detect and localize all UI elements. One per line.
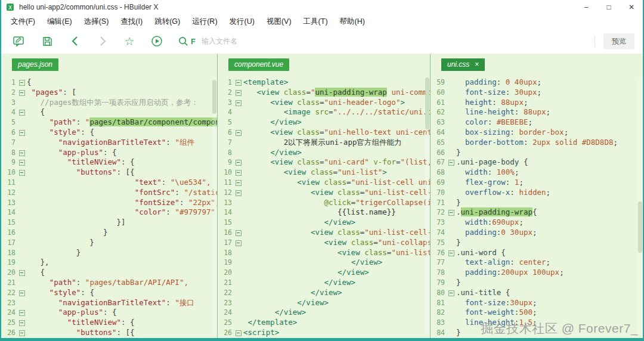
- fold-icon[interactable]: [233, 188, 243, 198]
- code-line[interactable]: 79}: [431, 278, 643, 288]
- code-line[interactable]: 12 "fontSrc": "/static/uni.ttf",: [1, 188, 217, 198]
- code-line[interactable]: 24 </view>: [218, 308, 430, 318]
- code-line[interactable]: 8 "app-plus": {: [1, 148, 217, 158]
- code-line[interactable]: 67.uni-page-body {: [431, 157, 643, 168]
- fold-icon[interactable]: [233, 328, 243, 338]
- code-line[interactable]: 1<template>: [218, 78, 430, 88]
- code-line[interactable]: 23 "navigationBarTitleText": "接口: [1, 298, 217, 308]
- code-line[interactable]: 13 @click="trigerCollapse(index)">: [218, 198, 430, 208]
- search-input[interactable]: [202, 37, 452, 45]
- code-line[interactable]: 20 {: [1, 268, 217, 278]
- search-icon[interactable]: [177, 35, 190, 48]
- scrollbar[interactable]: [638, 78, 642, 336]
- menu-item-工具[interactable]: 工具(T): [298, 16, 334, 28]
- fold-icon[interactable]: [17, 308, 27, 318]
- menu-item-查找[interactable]: 查找(I): [114, 16, 148, 28]
- code-line[interactable]: 69 flex-grow: 1;: [431, 178, 643, 188]
- menu-item-跳转[interactable]: 跳转(G): [148, 16, 186, 28]
- fold-icon[interactable]: [233, 228, 243, 238]
- code-line[interactable]: 61 height: 88upx;: [431, 98, 643, 108]
- code-line[interactable]: 80.uni-title {: [431, 288, 643, 298]
- code-line[interactable]: 2 <view class="uni-padding-wrap uni-comm…: [218, 88, 430, 98]
- code-line[interactable]: 6 <view class="uni-hello-text uni-center…: [218, 128, 430, 138]
- fold-icon[interactable]: [446, 207, 456, 218]
- code-area[interactable]: 59 padding: 0 40upx;60 font-size: 30upx;…: [431, 75, 643, 338]
- fold-icon[interactable]: [17, 318, 27, 328]
- menu-item-帮助[interactable]: 帮助(H): [334, 16, 371, 28]
- code-line[interactable]: 60 font-size: 30upx;: [431, 88, 643, 98]
- code-line[interactable]: 75}: [431, 238, 643, 248]
- code-line[interactable]: 62 line-height: 88upx;: [431, 107, 643, 117]
- fold-icon[interactable]: [17, 148, 27, 158]
- back-icon[interactable]: [69, 35, 82, 48]
- code-line[interactable]: 9 <view class="uni-card" v-for="(list,in…: [218, 157, 430, 168]
- code-line[interactable]: 21 "path": "pages/tabBar/API/API",: [1, 278, 217, 288]
- code-line[interactable]: 24 "app-plus": {: [1, 308, 217, 318]
- code-area[interactable]: 1{2 "pages": [3 //pages数组中第一项表示应用启动页，参考：…: [1, 75, 217, 338]
- code-line[interactable]: 14 {{list.name}}: [218, 207, 430, 218]
- code-line[interactable]: 22 "style": {: [1, 288, 217, 298]
- scrollbar[interactable]: [212, 78, 216, 336]
- menu-item-运行[interactable]: 运行(R): [186, 16, 223, 28]
- code-line[interactable]: 19 },: [1, 258, 217, 268]
- code-area[interactable]: 1<template>2 <view class="uni-padding-wr…: [218, 75, 430, 338]
- fold-icon[interactable]: [446, 157, 456, 168]
- fold-icon[interactable]: [446, 288, 456, 298]
- code-line[interactable]: 26<script>: [218, 328, 430, 338]
- code-line[interactable]: 59 padding: 0 40upx;: [431, 78, 643, 88]
- code-line[interactable]: 20 </view>: [218, 268, 430, 278]
- code-line[interactable]: 16 }: [1, 228, 217, 238]
- menu-item-文件[interactable]: 文件(F): [5, 16, 41, 28]
- code-line[interactable]: 68 width: 100%;: [431, 168, 643, 178]
- feedback-icon[interactable]: [12, 35, 25, 48]
- code-line[interactable]: 82 font-weight:500;: [431, 308, 643, 318]
- menu-item-编辑[interactable]: 编辑(E): [41, 16, 78, 28]
- code-line[interactable]: 77 text-align: center;: [431, 258, 643, 268]
- code-line[interactable]: 64 box-sizing: border-box;: [431, 128, 643, 138]
- code-line[interactable]: 70 overflow-x: hidden;: [431, 188, 643, 198]
- code-line[interactable]: 71}: [431, 198, 643, 208]
- fold-icon[interactable]: [446, 248, 456, 258]
- code-line[interactable]: 9 "titleNView": {: [1, 157, 217, 168]
- code-line[interactable]: 21 </view>: [218, 278, 430, 288]
- code-line[interactable]: 17 <view class="uni-collapse-content": [218, 238, 430, 248]
- code-line[interactable]: 12 <view class="uni-list-cell-navigate": [218, 188, 430, 198]
- fold-icon[interactable]: [233, 88, 243, 98]
- fold-icon[interactable]: [17, 157, 27, 168]
- scrollbar[interactable]: [425, 78, 429, 336]
- star-icon[interactable]: ☆: [123, 35, 136, 48]
- code-line[interactable]: 10 <view class="uni-list">: [218, 168, 430, 178]
- tab-uni.css[interactable]: uni.css×: [441, 58, 485, 71]
- menu-item-视图[interactable]: 视图(V): [261, 16, 298, 28]
- code-line[interactable]: 73 width:690upx;: [431, 218, 643, 228]
- minimize-button[interactable]: –: [575, 0, 597, 14]
- tab-close-icon[interactable]: ×: [475, 61, 479, 68]
- tab-pages.json[interactable]: pages.json: [12, 58, 58, 71]
- code-line[interactable]: 7 "navigationBarTitleText": "组件: [1, 138, 217, 148]
- code-line[interactable]: 6 "style": {: [1, 128, 217, 138]
- code-line[interactable]: 15 }]: [1, 218, 217, 228]
- fold-icon[interactable]: [17, 168, 27, 178]
- code-line[interactable]: 76.uni-word {: [431, 248, 643, 258]
- fold-icon[interactable]: [17, 288, 27, 298]
- maximize-button[interactable]: □: [597, 0, 620, 14]
- code-line[interactable]: 18 }: [1, 248, 217, 258]
- fold-icon[interactable]: [17, 88, 27, 98]
- code-line[interactable]: 11 <view class="uni-list-cell uni-collap…: [218, 178, 430, 188]
- code-line[interactable]: 66}: [431, 148, 643, 158]
- code-line[interactable]: 63 color: #BEBEBE;: [431, 117, 643, 128]
- code-line[interactable]: 7 2以下将展示uni-app官方组件能力: [218, 138, 430, 148]
- code-line[interactable]: 3 <view class="uni-header-logo">: [218, 98, 430, 108]
- fold-icon[interactable]: [17, 328, 27, 338]
- fold-icon[interactable]: [233, 78, 243, 88]
- code-line[interactable]: 17 }: [1, 238, 217, 248]
- code-line[interactable]: 10 "buttons": [{: [1, 168, 217, 178]
- code-line[interactable]: 25 </template>: [218, 318, 430, 328]
- code-line[interactable]: 72.uni-padding-wrap{: [431, 207, 643, 218]
- code-line[interactable]: 18 <view class="uni-list-cell": [218, 248, 430, 258]
- fold-icon[interactable]: [233, 128, 243, 138]
- fold-icon[interactable]: [17, 268, 27, 278]
- code-line[interactable]: 5 "path": "pages/tabBar/component/compon…: [1, 117, 217, 128]
- tab-component.vue[interactable]: component.vue: [228, 58, 289, 71]
- preview-button[interactable]: 预览: [603, 33, 634, 49]
